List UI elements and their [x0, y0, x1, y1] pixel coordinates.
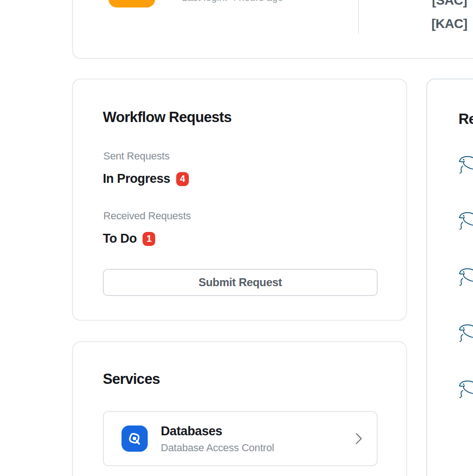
kac-link[interactable]: [KAC] — [431, 16, 467, 31]
submit-request-button[interactable]: Submit Request — [103, 269, 378, 296]
to-do-count-badge: 1 — [143, 232, 155, 246]
to-do-link[interactable]: To Do 1 — [103, 231, 155, 246]
in-progress-label: In Progress — [103, 171, 170, 187]
in-progress-link[interactable]: In Progress 4 — [103, 171, 189, 187]
service-name: Databases — [161, 424, 274, 438]
recent-connection-item[interactable] — [458, 324, 473, 342]
querypie-database-icon — [122, 426, 148, 452]
mysql-dolphin-icon — [458, 267, 473, 286]
orange-pill-badge[interactable] — [108, 0, 155, 7]
recent-connection-item[interactable] — [458, 380, 473, 398]
recent-connections-title: Re — [459, 111, 473, 127]
mysql-dolphin-icon — [458, 211, 473, 230]
service-description: Database Access Control — [161, 442, 274, 454]
services-card: Services Databases Database Access Contr… — [72, 341, 407, 476]
chevron-right-icon — [355, 433, 363, 445]
profile-meta-text: Last login: 4 hours ago — [182, 0, 283, 3]
service-item-databases[interactable]: Databases Database Access Control — [103, 411, 378, 466]
mysql-dolphin-icon — [458, 155, 473, 174]
received-requests-label: Received Requests — [103, 210, 191, 222]
recent-connections-card: Re — [426, 79, 473, 476]
workflow-requests-title: Workflow Requests — [103, 109, 231, 125]
dashboard-page: Last login: 4 hours ago [SAC] [KAC] Work… — [0, 0, 473, 476]
mysql-dolphin-icon — [458, 324, 473, 342]
in-progress-count-badge: 4 — [176, 172, 189, 186]
services-title: Services — [103, 371, 160, 387]
sac-link[interactable]: [SAC] — [432, 0, 467, 7]
recent-connection-item[interactable] — [458, 155, 473, 174]
workflow-requests-card: Workflow Requests Sent Requests In Progr… — [72, 79, 407, 321]
to-do-label: To Do — [103, 231, 136, 246]
service-text: Databases Database Access Control — [161, 424, 274, 454]
profile-card: Last login: 4 hours ago [SAC] [KAC] — [72, 0, 473, 59]
vertical-divider — [358, 0, 359, 34]
mysql-dolphin-icon — [458, 380, 473, 398]
recent-connection-item[interactable] — [458, 267, 473, 286]
sent-requests-label: Sent Requests — [103, 150, 170, 162]
recent-connection-item[interactable] — [458, 211, 473, 230]
